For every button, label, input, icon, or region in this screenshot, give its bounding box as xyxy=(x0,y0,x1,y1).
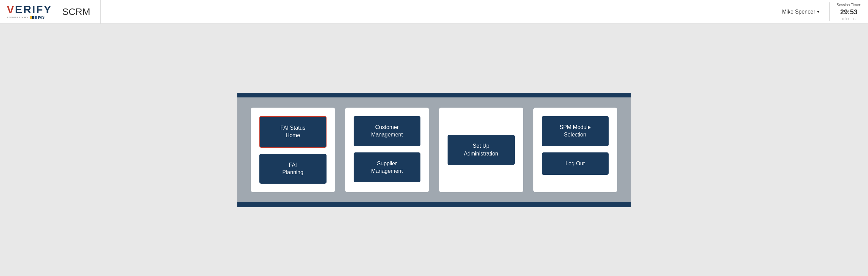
header-right: Mike Spencer ▾ Session Timer: 29:53 minu… xyxy=(782,2,861,21)
verify-v-letter: V xyxy=(7,3,15,16)
ivis-logo xyxy=(30,16,37,19)
ivis-text: IVIS xyxy=(38,16,44,19)
verify-logo: VERIFY POWERED BY IVIS xyxy=(7,4,52,19)
customer-management-button[interactable]: CustomerManagement xyxy=(354,116,421,146)
user-dropdown-arrow: ▾ xyxy=(817,10,819,14)
menu-container: FAI StatusHome FAIPlanning CustomerManag… xyxy=(237,93,631,207)
fai-status-home-button[interactable]: FAI StatusHome xyxy=(259,116,327,148)
set-up-administration-button[interactable]: Set UpAdministration xyxy=(448,135,515,165)
session-label-timer: Timer: xyxy=(851,3,861,7)
session-label-top: Session xyxy=(836,3,850,7)
logo-area: VERIFY POWERED BY IVIS SCRM xyxy=(7,0,101,23)
menu-column-fai: FAI StatusHome FAIPlanning xyxy=(251,108,335,192)
verify-erify-text: ERIFY xyxy=(15,3,52,16)
session-label-bottom: minutes xyxy=(842,17,855,21)
menu-column-admin: Set UpAdministration xyxy=(439,108,523,192)
powered-by-text: POWERED BY xyxy=(7,16,28,19)
session-time-value: 29:53 xyxy=(836,7,861,16)
main-content: FAI StatusHome FAIPlanning CustomerManag… xyxy=(0,24,868,276)
fai-planning-button[interactable]: FAIPlanning xyxy=(259,154,327,184)
menu-column-management: CustomerManagement SupplierManagement xyxy=(345,108,429,192)
supplier-management-button[interactable]: SupplierManagement xyxy=(354,152,421,183)
app-title: SCRM xyxy=(52,6,90,17)
menu-column-spm: SPM ModuleSelection Log Out xyxy=(533,108,617,192)
log-out-button[interactable]: Log Out xyxy=(542,152,609,175)
session-timer: Session Timer: 29:53 minutes xyxy=(829,2,861,21)
user-name: Mike Spencer xyxy=(782,9,815,15)
app-header: VERIFY POWERED BY IVIS SCRM Mike Spencer… xyxy=(0,0,868,24)
user-menu[interactable]: Mike Spencer ▾ xyxy=(782,9,819,15)
spm-module-selection-button[interactable]: SPM ModuleSelection xyxy=(542,116,609,146)
